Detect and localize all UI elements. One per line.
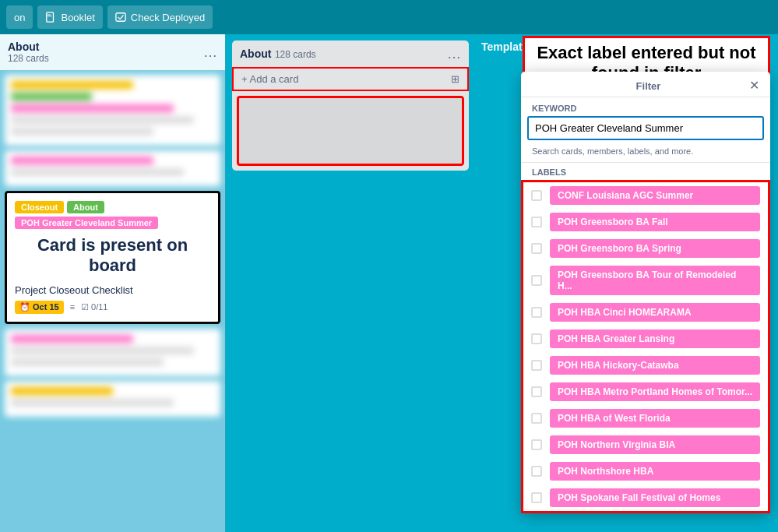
label-checkbox-8[interactable] (531, 413, 542, 424)
label-item-9[interactable]: POH Northern Virginia BIA (523, 432, 768, 458)
highlighted-card[interactable]: Closeout About POH Greater Cleveland Sum… (5, 191, 220, 324)
svg-rect-1 (48, 15, 51, 16)
middle-list-count: 128 cards (275, 49, 316, 60)
label-item-6[interactable]: POH HBA Hickory-Catawba (523, 352, 768, 379)
label-item-5[interactable]: POH HBA Greater Lansing (523, 326, 768, 352)
label-item-10[interactable]: POH Northshore HBA (523, 458, 768, 484)
btn-booklet[interactable]: Booklet (37, 5, 102, 29)
middle-list-menu-btn[interactable]: … (447, 47, 461, 61)
card-desc-icon: ≡ (70, 302, 75, 312)
label-pill-8: POH HBA of West Florida (550, 409, 760, 428)
label-closeout: Closeout (15, 201, 64, 213)
label-item-3[interactable]: POH Greensboro BA Tour of Remodeled H... (523, 262, 768, 299)
middle-list: About 128 cards … + Add a card ⊞ (232, 41, 469, 171)
card-checklist: ☑ 0/11 (81, 302, 107, 312)
filter-labels-title: Labels (521, 162, 770, 180)
filter-panel: Filter ✕ Keyword Search cards, members, … (521, 72, 770, 513)
svg-rect-3 (116, 13, 125, 22)
left-list-menu-btn[interactable]: … (203, 45, 217, 59)
card-is-present-text: Card is present on board (15, 235, 210, 277)
filter-title-label: Filter (547, 80, 749, 92)
label-checkbox-2[interactable] (531, 243, 542, 254)
toolbar: on Booklet Check Deployed (0, 0, 778, 34)
label-pill-10: POH Northshore HBA (550, 462, 760, 481)
label-item-7[interactable]: POH HBA Metro Portland Homes of Tomor... (523, 379, 768, 405)
label-poh: POH Greater Cleveland Summer (15, 217, 158, 229)
middle-card-area (237, 96, 464, 166)
label-pill-2: POH Greensboro BA Spring (550, 239, 760, 258)
label-pill-4: POH HBA Cinci HOMEARAMA (550, 303, 760, 322)
svg-rect-0 (47, 12, 54, 22)
btn-booklet-label: Booklet (61, 12, 94, 23)
left-panel: About 128 cards … Closeout (0, 34, 226, 532)
btn-on-label: on (14, 12, 25, 23)
label-checkbox-10[interactable] (531, 466, 542, 477)
left-panel-content: Closeout About POH Greater Cleveland Sum… (0, 70, 225, 532)
middle-panel: About 128 cards … + Add a card ⊞ (226, 34, 475, 532)
label-item-11[interactable]: POH Spokane Fall Festival of Homes (523, 484, 768, 511)
middle-add-card-label: + Add a card (241, 73, 298, 85)
right-panel: Template C 18 cards Exact label entered … (475, 34, 778, 532)
card-meta: ⏰ Oct 15 ≡ ☑ 0/11 (15, 301, 210, 314)
label-checkbox-9[interactable] (531, 439, 542, 450)
blurred-card-1 (5, 75, 220, 146)
labels-list: CONF Louisiana AGC Summer POH Greensboro… (521, 180, 770, 513)
label-pill-0: CONF Louisiana AGC Summer (550, 186, 760, 205)
label-checkbox-0[interactable] (531, 190, 542, 201)
label-checkbox-11[interactable] (531, 492, 542, 503)
middle-add-card-btn[interactable]: + Add a card ⊞ (232, 67, 469, 91)
left-list-title: About (8, 41, 49, 53)
booklet-icon (45, 12, 56, 23)
card-project-name: Project Closeout Checklist (15, 284, 210, 296)
filter-header: Filter ✕ (521, 72, 770, 97)
label-item-1[interactable]: POH Greensboro BA Fall (523, 209, 768, 235)
filter-hint: Search cards, members, labels, and more. (521, 143, 770, 162)
blurred-card-bottom-2 (5, 381, 220, 417)
board: About 128 cards … Closeout (0, 34, 778, 532)
blurred-card-2 (5, 150, 220, 186)
check-deployed-icon (115, 12, 126, 23)
label-checkbox-1[interactable] (531, 217, 542, 227)
label-pill-6: POH HBA Hickory-Catawba (550, 356, 760, 375)
label-pill-11: POH Spokane Fall Festival of Homes (550, 488, 760, 507)
left-list-count: 128 cards (8, 53, 49, 64)
btn-check-deployed[interactable]: Check Deployed (107, 5, 213, 29)
label-pill-3: POH Greensboro BA Tour of Remodeled H... (550, 266, 760, 295)
middle-add-card-icon: ⊞ (451, 73, 459, 85)
filter-search-input[interactable] (527, 116, 764, 140)
middle-list-title: About (240, 48, 271, 60)
blurred-card-bottom-1 (5, 329, 220, 376)
label-checkbox-4[interactable] (531, 307, 542, 318)
label-item-2[interactable]: POH Greensboro BA Spring (523, 235, 768, 262)
label-checkbox-5[interactable] (531, 333, 542, 344)
label-pill-9: POH Northern Virginia BIA (550, 435, 760, 454)
label-item-8[interactable]: POH HBA of West Florida (523, 405, 768, 432)
svg-rect-2 (48, 16, 52, 16)
label-checkbox-7[interactable] (531, 386, 542, 397)
label-checkbox-6[interactable] (531, 360, 542, 371)
label-item-4[interactable]: POH HBA Cinci HOMEARAMA (523, 299, 768, 326)
card-labels: Closeout About POH Greater Cleveland Sum… (15, 201, 210, 229)
label-pill-1: POH Greensboro BA Fall (550, 213, 760, 231)
btn-on[interactable]: on (6, 5, 33, 29)
label-checkbox-3[interactable] (531, 275, 542, 286)
left-list-header: About 128 cards … (0, 34, 225, 70)
btn-check-deployed-label: Check Deployed (131, 12, 205, 23)
card-due-date: ⏰ Oct 15 (15, 301, 64, 314)
label-pill-7: POH HBA Metro Portland Homes of Tomor... (550, 382, 760, 401)
middle-list-header: About 128 cards … (232, 41, 469, 67)
filter-keyword-label: Keyword (521, 97, 770, 116)
label-about: About (67, 201, 104, 213)
filter-close-btn[interactable]: ✕ (749, 79, 759, 92)
label-item-0[interactable]: CONF Louisiana AGC Summer (523, 182, 768, 209)
label-pill-5: POH HBA Greater Lansing (550, 329, 760, 348)
